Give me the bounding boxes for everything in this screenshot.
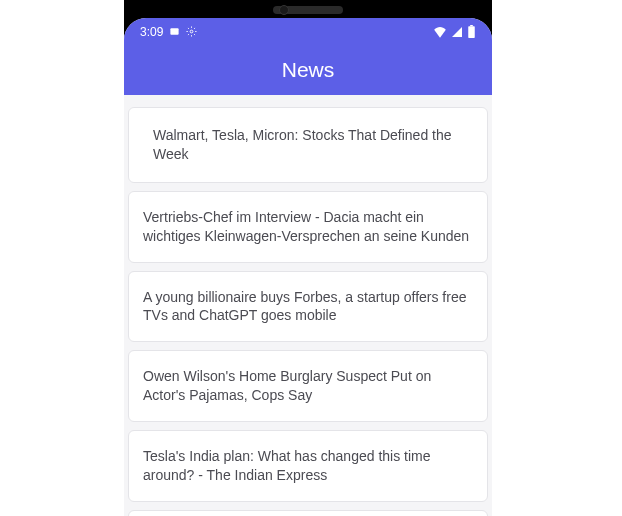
status-left: 3:09	[140, 25, 197, 39]
gear-icon	[186, 26, 197, 37]
news-card[interactable]: A young billionaire buys Forbes, a start…	[128, 271, 488, 343]
news-headline: Tesla's India plan: What has changed thi…	[143, 448, 431, 483]
news-card[interactable]: Tesla's India plan: What has changed thi…	[128, 430, 488, 502]
battery-icon	[467, 25, 476, 38]
news-headline: A young billionaire buys Forbes, a start…	[143, 289, 466, 324]
wifi-icon	[433, 26, 447, 38]
device-frame: 3:09 News	[124, 0, 492, 516]
signal-icon	[451, 26, 463, 38]
news-list[interactable]: Walmart, Tesla, Micron: Stocks That Defi…	[124, 107, 492, 516]
page-title: News	[282, 58, 335, 82]
camera-dot	[279, 5, 289, 15]
news-headline: Walmart, Tesla, Micron: Stocks That Defi…	[153, 127, 452, 162]
status-bar: 3:09	[124, 18, 492, 45]
news-headline: Owen Wilson's Home Burglary Suspect Put …	[143, 368, 431, 403]
news-card[interactable]: Vertriebs-Chef im Interview - Dacia mach…	[128, 191, 488, 263]
app-bar: News	[124, 45, 492, 95]
news-card[interactable]: Owen Wilson's Home Burglary Suspect Put …	[128, 350, 488, 422]
svg-rect-3	[470, 25, 473, 26]
status-time: 3:09	[140, 25, 163, 39]
status-right	[433, 25, 476, 38]
device-notch	[273, 6, 343, 14]
card-icon	[169, 26, 180, 37]
svg-rect-0	[171, 28, 179, 34]
news-card[interactable]: Walmart, Tesla, Micron: Stocks That Defi…	[128, 107, 488, 183]
news-headline: Vertriebs-Chef im Interview - Dacia mach…	[143, 209, 469, 244]
screen: 3:09 News	[124, 18, 492, 516]
svg-point-1	[190, 30, 193, 33]
svg-rect-2	[468, 26, 475, 38]
news-card[interactable]: Patriot проти "Тетріса". Україна забиває…	[128, 510, 488, 516]
